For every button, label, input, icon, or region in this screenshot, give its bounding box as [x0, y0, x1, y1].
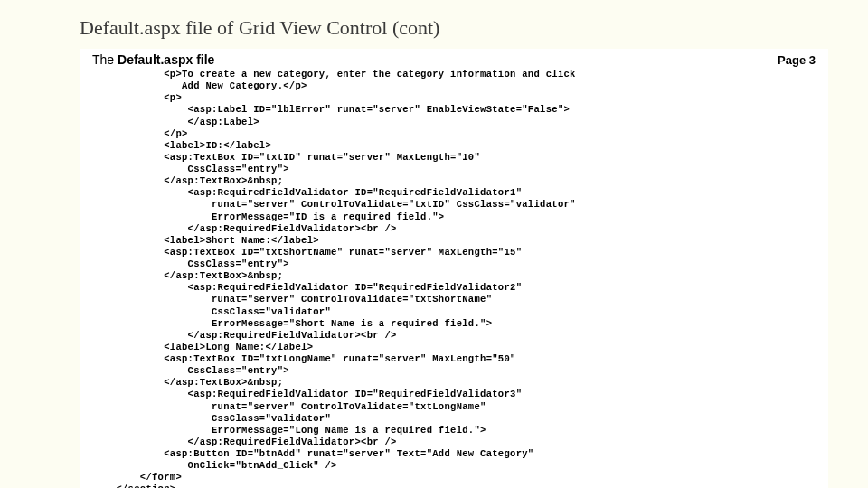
slide-title: Default.aspx file of Grid View Control (… [80, 16, 832, 40]
panel-header: The Default.aspx file Page 3 [87, 52, 821, 67]
panel-header-filename: Default.aspx file [118, 52, 214, 67]
code-panel: The Default.aspx file Page 3 <p>To creat… [80, 49, 828, 488]
panel-page-label: Page 3 [778, 53, 816, 67]
code-block: <p>To create a new category, enter the c… [87, 69, 821, 488]
panel-header-left: The Default.aspx file [92, 52, 214, 67]
slide: Default.aspx file of Grid View Control (… [0, 0, 868, 488]
panel-header-prefix: The [92, 52, 118, 67]
